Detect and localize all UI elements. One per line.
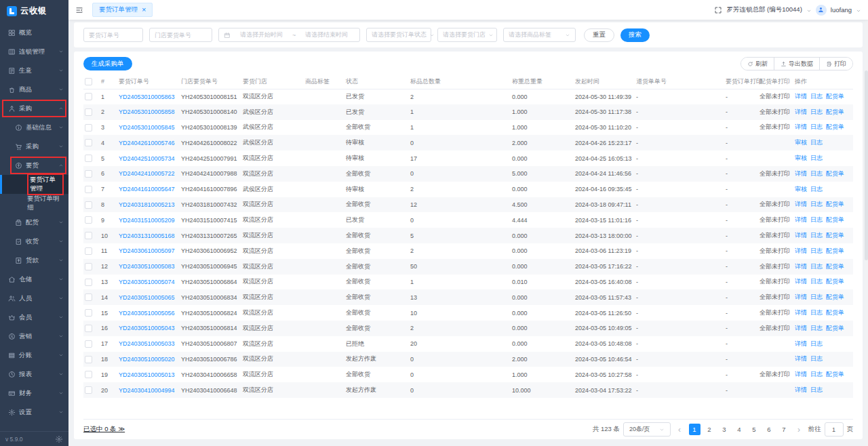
order-no-link[interactable]: YD24053010005863 — [119, 94, 175, 100]
op-link[interactable]: 配货单 — [826, 278, 844, 285]
op-link[interactable]: 日志 — [810, 155, 823, 161]
op-link[interactable]: 配货单 — [826, 123, 844, 130]
op-link[interactable]: 日志 — [810, 216, 823, 223]
op-link[interactable]: 详情 — [795, 201, 807, 207]
sidebar-item-5[interactable]: 基础信息 — [0, 118, 68, 137]
row-checkbox[interactable] — [85, 216, 92, 224]
generate-purchase-order-button[interactable]: 生成采购单 — [83, 57, 132, 70]
op-link[interactable]: 日志 — [810, 123, 823, 130]
op-link[interactable]: 配货单 — [826, 201, 844, 207]
order-no-link[interactable]: YD24041610005647 — [119, 186, 175, 192]
date-range-picker[interactable]: 请选择开始时间 ~ 请选择结束时间 — [218, 28, 360, 42]
op-link[interactable]: 详情 — [795, 232, 807, 239]
op-link[interactable]: 审核 — [795, 186, 807, 192]
next-page-button[interactable]: › — [793, 424, 805, 435]
sidebar-item-2[interactable]: 生意 — [0, 61, 68, 80]
op-link[interactable]: 配货单 — [826, 247, 844, 254]
row-checkbox[interactable] — [85, 309, 92, 317]
row-checkbox[interactable] — [85, 279, 92, 286]
op-link[interactable]: 详情 — [795, 309, 807, 316]
page-button-7[interactable]: 7 — [778, 424, 790, 435]
order-no-input[interactable] — [83, 28, 143, 42]
op-link[interactable]: 日志 — [810, 186, 823, 192]
org-name[interactable]: 罗芳连锁总部 (编号10044) — [726, 5, 802, 14]
order-no-link[interactable]: YD24030510005074 — [119, 279, 175, 285]
order-no-link[interactable]: YD24030510005056 — [119, 310, 175, 317]
order-no-link[interactable]: YD24030410004994 — [119, 387, 175, 394]
order-no-link[interactable]: YD24031810005213 — [119, 201, 175, 208]
op-link[interactable]: 配货单 — [826, 108, 844, 115]
username[interactable]: luofang — [831, 6, 852, 14]
order-status-select[interactable]: 请选择要货订单状态 — [366, 28, 431, 42]
select-all-checkbox[interactable] — [85, 78, 92, 85]
op-link[interactable]: 日志 — [810, 247, 823, 254]
order-no-link[interactable]: YD24053010005858 — [119, 108, 175, 115]
op-link[interactable]: 日志 — [810, 170, 823, 177]
op-link[interactable]: 详情 — [795, 293, 807, 300]
store-order-no-input[interactable] — [149, 28, 212, 42]
row-checkbox[interactable] — [85, 108, 92, 116]
sidebar-item-19[interactable]: 财务 — [0, 384, 68, 403]
search-button[interactable]: 搜索 — [620, 28, 650, 42]
op-link[interactable]: 日志 — [810, 371, 823, 378]
row-checkbox[interactable] — [85, 386, 92, 394]
tab-request-order-management[interactable]: 要货订单管理 × — [92, 3, 153, 17]
op-link[interactable]: 详情 — [795, 108, 807, 115]
page-button-1[interactable]: 1 — [689, 424, 701, 435]
op-link[interactable]: 详情 — [795, 247, 807, 254]
order-no-link[interactable]: YD24030510005065 — [119, 294, 175, 301]
op-link[interactable]: 详情 — [795, 93, 807, 100]
order-no-link[interactable]: YD24030510005043 — [119, 325, 175, 331]
sidebar-item-11[interactable]: 收货 — [0, 232, 68, 251]
op-link[interactable]: 日志 — [810, 325, 823, 331]
op-link[interactable]: 详情 — [795, 371, 807, 378]
op-link[interactable]: 配货单 — [826, 293, 844, 300]
op-link[interactable]: 日志 — [810, 139, 823, 146]
page-button-2[interactable]: 2 — [704, 424, 715, 435]
page-button-6[interactable]: 6 — [764, 424, 775, 435]
op-link[interactable]: 详情 — [795, 263, 807, 270]
op-link[interactable]: 配货单 — [826, 216, 844, 223]
page-size-select[interactable]: 20条/页 — [623, 422, 671, 437]
op-link[interactable]: 日志 — [810, 93, 823, 100]
op-link[interactable]: 配货单 — [826, 170, 844, 177]
order-no-link[interactable]: YD24030610005097 — [119, 247, 175, 254]
op-link[interactable]: 日志 — [810, 201, 823, 207]
order-no-link[interactable]: YD24030510005033 — [119, 340, 175, 347]
op-link[interactable]: 详情 — [795, 325, 807, 331]
op-link[interactable]: 审核 — [795, 139, 807, 146]
op-link[interactable]: 日志 — [810, 386, 823, 393]
sidebar-item-16[interactable]: 营销 — [0, 327, 68, 346]
store-select[interactable]: 请选择要货门店 — [437, 28, 497, 42]
sidebar-item-9[interactable]: 要货订单明细 — [0, 194, 68, 213]
row-checkbox[interactable] — [85, 340, 92, 348]
order-no-link[interactable]: YD24053010005845 — [119, 124, 175, 131]
row-checkbox[interactable] — [85, 232, 92, 239]
op-link[interactable]: 配货单 — [826, 232, 844, 239]
op-link[interactable]: 日志 — [810, 293, 823, 300]
sidebar-item-15[interactable]: 会员 — [0, 308, 68, 327]
row-checkbox[interactable] — [85, 170, 92, 178]
op-link[interactable]: 详情 — [795, 170, 807, 177]
row-checkbox[interactable] — [85, 139, 92, 146]
scrollbar-thumb[interactable] — [865, 70, 868, 260]
row-checkbox[interactable] — [85, 93, 92, 100]
row-checkbox[interactable] — [85, 155, 92, 162]
row-checkbox[interactable] — [85, 247, 92, 255]
op-link[interactable]: 配货单 — [826, 371, 844, 378]
sidebar-item-6[interactable]: 采购 — [0, 137, 68, 156]
order-no-link[interactable]: YD24042610005746 — [119, 140, 175, 146]
row-checkbox[interactable] — [85, 371, 92, 378]
op-link[interactable]: 配货单 — [826, 325, 844, 331]
order-no-link[interactable]: YD24042410005722 — [119, 170, 175, 177]
goto-page-input[interactable] — [825, 422, 844, 437]
op-link[interactable]: 审核 — [795, 155, 807, 161]
sidebar-item-17[interactable]: 分账 — [0, 346, 68, 365]
selected-count-link[interactable]: 已选中 0 条 ≫ — [83, 425, 125, 434]
export-data-button[interactable]: 导出数据 — [774, 58, 819, 70]
row-checkbox[interactable] — [85, 293, 92, 301]
order-no-link[interactable]: YD24031310005168 — [119, 232, 175, 239]
sidebar-item-8[interactable]: 要货订单管理 — [0, 175, 68, 194]
order-no-link[interactable]: YD24030510005083 — [119, 263, 175, 270]
sidebar-item-0[interactable]: 概览 — [0, 23, 68, 42]
